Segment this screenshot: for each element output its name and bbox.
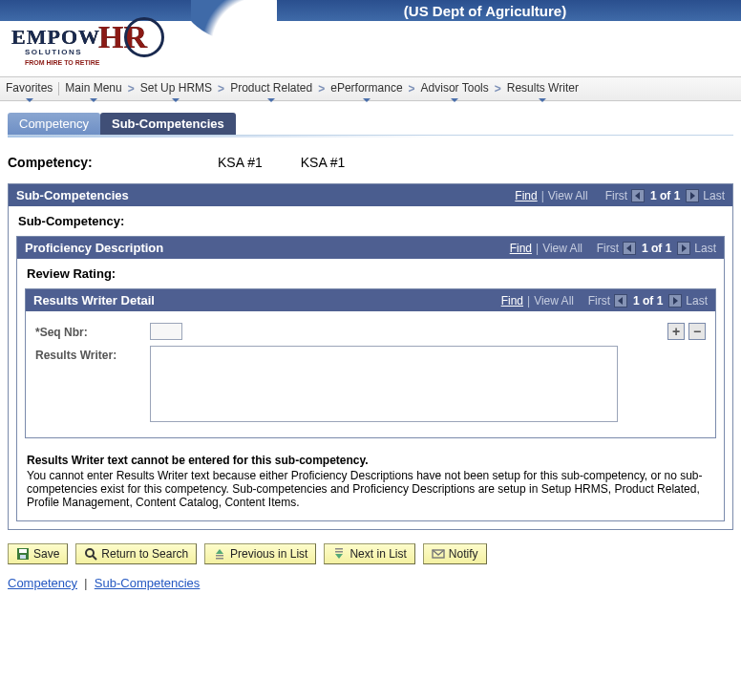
- seq-nbr-label: *Seq Nbr:: [35, 323, 150, 339]
- prev-button[interactable]: [623, 242, 636, 255]
- results-writer-textarea[interactable]: [150, 346, 618, 422]
- arrow-left-icon: [625, 244, 633, 252]
- logo-text-empow: EMPOW: [11, 25, 100, 50]
- remove-row-button[interactable]: −: [688, 323, 706, 340]
- crumb-setup-hrms[interactable]: Set Up HRMS: [140, 81, 212, 96]
- next-in-list-button[interactable]: Next in List: [324, 543, 414, 564]
- page-content: Competency Sub-Competencies Competency: …: [0, 101, 741, 609]
- sub-competencies-title: Sub-Competencies: [16, 188, 515, 202]
- crumb-eperformance[interactable]: ePerformance: [330, 81, 402, 96]
- add-row-button[interactable]: +: [667, 323, 685, 340]
- notify-icon: [432, 547, 445, 561]
- results-writer-label: Results Writer:: [35, 346, 150, 362]
- return-to-search-label: Return to Search: [101, 547, 188, 561]
- crumb-advisor-tools[interactable]: Advisor Tools: [421, 81, 489, 96]
- crumb-label: Results Writer: [507, 81, 579, 95]
- last-label: Last: [694, 242, 716, 255]
- nav-separator: |: [536, 242, 539, 255]
- warning-message: Results Writer text cannot be entered fo…: [17, 446, 724, 520]
- tab-competency[interactable]: Competency: [8, 113, 100, 135]
- results-writer-row: Results Writer:: [35, 346, 706, 422]
- arrow-right-icon: [671, 297, 679, 305]
- arrow-left-icon: [617, 297, 625, 305]
- crumb-label: ePerformance: [330, 81, 402, 95]
- results-writer-detail-title: Results Writer Detail: [33, 293, 501, 308]
- nav-separator: |: [541, 189, 544, 202]
- tab-strip: Competency Sub-Competencies: [8, 113, 733, 136]
- proficiency-panel: Proficiency Description Find | View All …: [16, 236, 725, 521]
- chevron-down-icon: [90, 98, 97, 102]
- results-writer-detail-panel: Results Writer Detail Find | View All Fi…: [25, 288, 716, 438]
- results-writer-form: *Seq Nbr: + − Results Writer:: [26, 311, 715, 437]
- record-counter: 1 of 1: [650, 189, 680, 202]
- svg-rect-8: [335, 551, 343, 553]
- crumb-main-menu[interactable]: Main Menu: [65, 81, 121, 96]
- sub-competency-label: Sub-Competency:: [9, 206, 732, 234]
- chevron-right-icon: >: [318, 82, 325, 95]
- chevron-right-icon: >: [409, 82, 415, 95]
- previous-in-list-button[interactable]: Previous in List: [204, 543, 316, 564]
- svg-rect-5: [216, 555, 223, 557]
- nav-separator: |: [527, 294, 530, 308]
- next-button[interactable]: [677, 242, 690, 255]
- sub-competencies-link[interactable]: Sub-Competencies: [95, 576, 201, 590]
- view-all-link[interactable]: View All: [534, 294, 574, 308]
- tab-underline: [8, 136, 733, 138]
- competency-row: Competency: KSA #1 KSA #1: [8, 155, 733, 170]
- link-separator: |: [84, 577, 87, 590]
- next-button[interactable]: [668, 294, 682, 308]
- chevron-down-icon: [451, 98, 458, 102]
- chevron-right-icon: >: [495, 82, 501, 95]
- arrow-right-icon: [688, 192, 696, 200]
- crumb-favorites-label: Favorites: [6, 81, 53, 95]
- find-link[interactable]: Find: [515, 189, 537, 202]
- seq-nbr-input[interactable]: [150, 323, 182, 340]
- return-to-search-button[interactable]: Return to Search: [75, 543, 197, 564]
- first-label: First: [605, 189, 627, 202]
- review-rating-label: Review Rating:: [17, 259, 724, 286]
- view-all-link[interactable]: View All: [548, 189, 588, 202]
- next-button[interactable]: [686, 189, 699, 202]
- tab-sub-competencies[interactable]: Sub-Competencies: [100, 113, 236, 135]
- svg-line-4: [93, 556, 96, 560]
- prev-button[interactable]: [631, 189, 645, 202]
- crumb-label: Product Related: [230, 81, 312, 95]
- proficiency-nav: Find | View All First 1 of 1 Last: [510, 242, 716, 255]
- competency-link[interactable]: Competency: [8, 576, 77, 590]
- results-writer-detail-header: Results Writer Detail Find | View All Fi…: [26, 289, 715, 311]
- crumb-label: Set Up HRMS: [140, 81, 212, 95]
- sub-competencies-header: Sub-Competencies Find | View All First 1…: [9, 184, 732, 206]
- crumb-label: Main Menu: [65, 81, 121, 95]
- crumb-favorites[interactable]: Favorites: [6, 81, 53, 96]
- action-button-row: Save Return to Search Previous in List N…: [8, 543, 733, 564]
- save-button[interactable]: Save: [8, 543, 68, 564]
- crumb-divider: [58, 82, 59, 95]
- record-counter: 1 of 1: [633, 294, 663, 308]
- logo-subtitle-2: FROM HIRE TO RETIRE: [25, 59, 99, 66]
- minus-icon: −: [693, 324, 701, 339]
- results-writer-detail-nav: Find | View All First 1 of 1 Last: [501, 294, 708, 308]
- plus-icon: +: [672, 324, 680, 339]
- add-remove-controls: + −: [667, 323, 706, 340]
- logo: EMPOW HR SOLUTIONS FROM HIRE TO RETIRE: [11, 6, 193, 69]
- chevron-down-icon: [172, 98, 180, 102]
- find-link[interactable]: Find: [510, 242, 532, 255]
- notify-button[interactable]: Notify: [423, 543, 487, 564]
- svg-rect-1: [19, 549, 27, 553]
- arrow-right-icon: [680, 244, 688, 252]
- crumb-results-writer[interactable]: Results Writer: [507, 81, 579, 96]
- find-link[interactable]: Find: [501, 294, 523, 308]
- svg-rect-6: [216, 558, 223, 560]
- crumb-product-related[interactable]: Product Related: [230, 81, 312, 96]
- chevron-right-icon: >: [128, 82, 135, 95]
- first-label: First: [597, 242, 619, 255]
- first-label: First: [588, 294, 610, 308]
- svg-rect-2: [20, 555, 26, 559]
- bottom-tab-links: Competency | Sub-Competencies: [8, 576, 733, 590]
- last-label: Last: [686, 294, 708, 308]
- arrow-down-list-icon: [332, 547, 346, 561]
- app-header: (US Dept of Agriculture) EMPOW HR SOLUTI…: [0, 0, 741, 76]
- prev-button[interactable]: [614, 294, 627, 308]
- competency-label: Competency:: [8, 155, 218, 170]
- view-all-link[interactable]: View All: [542, 242, 582, 255]
